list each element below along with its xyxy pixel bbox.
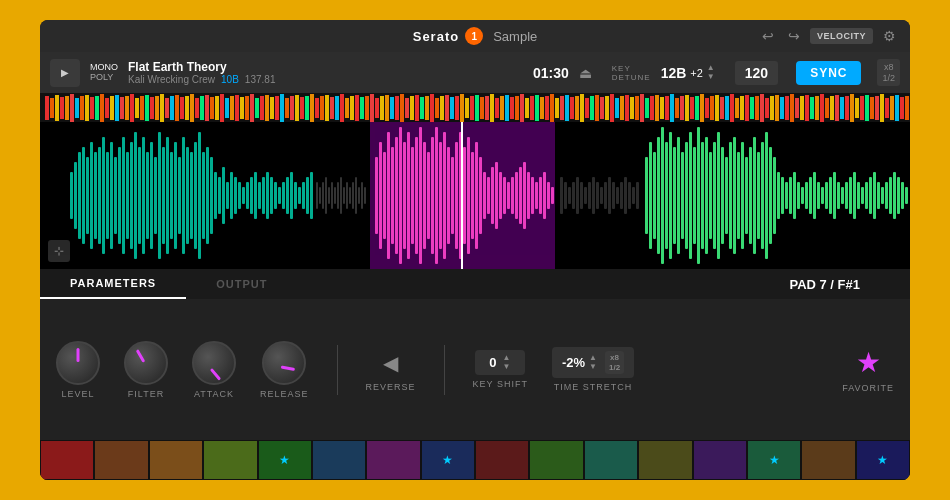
keyshift-up[interactable]: ▲ — [502, 354, 510, 362]
pad-cell-9[interactable] — [529, 440, 583, 480]
svg-rect-302 — [568, 187, 571, 204]
pad-cell-7[interactable]: ★ — [421, 440, 475, 480]
svg-rect-159 — [835, 95, 839, 121]
keyshift-down[interactable]: ▼ — [502, 363, 510, 371]
svg-rect-25 — [165, 98, 169, 118]
svg-rect-37 — [225, 98, 229, 118]
svg-rect-376 — [869, 177, 872, 214]
svg-rect-119 — [635, 96, 639, 120]
bottom-panel: PARAMETERS OUTPUT PAD 7 / F#1 LEVEL FILT… — [40, 269, 910, 480]
svg-rect-146 — [770, 96, 774, 120]
pad-cell-1[interactable] — [94, 440, 148, 480]
svg-rect-262 — [407, 132, 410, 259]
pad-cell-6[interactable] — [366, 440, 420, 480]
poly-mode[interactable]: POLY — [90, 73, 118, 82]
svg-rect-14 — [110, 96, 114, 120]
sync-button[interactable]: SYNC — [796, 61, 861, 85]
svg-rect-18 — [130, 94, 134, 122]
waveform-overview[interactable]: // This won't run inside SVG, we'll do i… — [40, 94, 910, 122]
svg-rect-215 — [230, 172, 233, 219]
svg-rect-178 — [82, 147, 85, 244]
parameters-tab[interactable]: PARAMETERS — [40, 269, 186, 299]
svg-rect-233 — [302, 182, 305, 209]
pad-cell-2[interactable] — [149, 440, 203, 480]
svg-rect-381 — [889, 177, 892, 214]
velocity-button[interactable]: VELOCITY — [810, 28, 873, 44]
fraction-button[interactable]: x8 1/2 — [877, 59, 900, 87]
release-group: RELEASE — [260, 341, 309, 399]
timestretch-fraction[interactable]: x8 1/2 — [605, 351, 624, 374]
svg-rect-367 — [833, 172, 836, 219]
svg-rect-133 — [705, 98, 709, 118]
svg-rect-378 — [877, 182, 880, 209]
pad-cell-13[interactable]: ★ — [747, 440, 801, 480]
svg-text:⊹: ⊹ — [54, 244, 64, 258]
svg-rect-19 — [135, 98, 139, 118]
pad-cell-3[interactable] — [203, 440, 257, 480]
timestretch-down[interactable]: ▼ — [589, 363, 597, 371]
svg-rect-16 — [120, 97, 124, 119]
svg-rect-195 — [150, 142, 153, 249]
redo-button[interactable]: ↪ — [784, 26, 804, 46]
filter-knob[interactable] — [124, 341, 168, 385]
key-code: 10B — [221, 74, 239, 85]
svg-rect-52 — [300, 97, 304, 119]
svg-rect-147 — [775, 95, 779, 121]
svg-rect-121 — [645, 98, 649, 118]
pad-cell-8[interactable] — [475, 440, 529, 480]
svg-rect-160 — [840, 97, 844, 119]
waveform-main[interactable]: ⊹ — [40, 122, 910, 269]
track-name: Flat Earth Theory — [128, 60, 515, 74]
svg-rect-206 — [194, 142, 197, 249]
level-knob[interactable] — [56, 341, 100, 385]
svg-rect-70 — [390, 97, 394, 119]
key-modifier: +2 — [690, 67, 703, 79]
svg-rect-39 — [235, 95, 239, 121]
key-down[interactable]: ▼ — [707, 73, 715, 81]
svg-rect-101 — [545, 96, 549, 120]
svg-rect-81 — [445, 95, 449, 121]
settings-button[interactable]: ⚙ — [879, 26, 900, 46]
svg-rect-8 — [80, 96, 84, 120]
pad-cell-5[interactable] — [312, 440, 366, 480]
timestretch-up[interactable]: ▲ — [589, 354, 597, 362]
svg-rect-176 — [74, 162, 77, 229]
svg-rect-15 — [115, 95, 119, 121]
svg-rect-10 — [90, 97, 94, 119]
svg-rect-97 — [525, 98, 529, 118]
undo-button[interactable]: ↩ — [758, 26, 778, 46]
svg-rect-79 — [435, 98, 439, 118]
pad-cell-12[interactable] — [693, 440, 747, 480]
eject-button[interactable]: ⏏ — [579, 65, 592, 81]
svg-rect-96 — [520, 94, 524, 122]
output-tab[interactable]: OUTPUT — [186, 269, 297, 299]
svg-rect-86 — [470, 96, 474, 120]
pad-cell-4[interactable]: ★ — [258, 440, 312, 480]
pad-cell-14[interactable] — [801, 440, 855, 480]
pad-cell-0[interactable] — [40, 440, 94, 480]
play-button[interactable]: ▶ — [50, 59, 80, 87]
svg-rect-153 — [805, 95, 809, 121]
svg-rect-64 — [360, 97, 364, 119]
svg-rect-284 — [495, 162, 498, 229]
pad-cell-11[interactable] — [638, 440, 692, 480]
svg-rect-306 — [584, 187, 587, 204]
svg-rect-340 — [725, 157, 728, 234]
reverse-button[interactable]: ◀ REVERSE — [366, 348, 416, 392]
svg-rect-249 — [355, 177, 357, 214]
svg-rect-351 — [769, 147, 772, 244]
attack-knob[interactable] — [192, 341, 236, 385]
svg-rect-243 — [337, 182, 339, 209]
mono-mode[interactable]: MONO — [90, 63, 118, 72]
product-name: Sample — [493, 29, 537, 44]
pad-cell-10[interactable] — [584, 440, 638, 480]
svg-rect-4 — [60, 97, 64, 119]
svg-rect-47 — [275, 96, 279, 120]
key-up[interactable]: ▲ — [707, 64, 715, 72]
svg-rect-339 — [721, 147, 724, 244]
svg-rect-341 — [729, 142, 732, 249]
waveform-container[interactable]: // This won't run inside SVG, we'll do i… — [40, 94, 910, 269]
release-knob[interactable] — [262, 341, 306, 385]
favorite-button[interactable]: ★ FAVORITE — [842, 346, 894, 393]
pad-cell-15[interactable]: ★ — [856, 440, 910, 480]
